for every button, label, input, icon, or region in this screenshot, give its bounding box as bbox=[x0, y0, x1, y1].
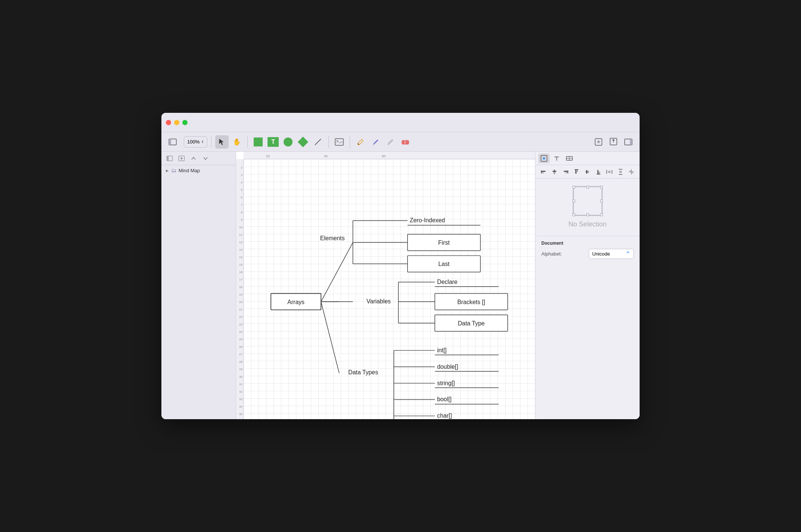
align-top-button[interactable] bbox=[571, 167, 581, 177]
fullscreen-button[interactable] bbox=[182, 120, 188, 125]
svg-rect-77 bbox=[608, 171, 610, 173]
titlebar bbox=[161, 113, 640, 132]
sidebar: ▶ 🗂 Mind Map bbox=[161, 152, 236, 419]
svg-rect-73 bbox=[597, 170, 599, 174]
diamond-tool-button[interactable] bbox=[296, 135, 310, 149]
minimize-button[interactable] bbox=[174, 120, 179, 125]
ruler-left-25: 25 bbox=[239, 338, 242, 341]
line-tool-button[interactable] bbox=[311, 135, 325, 149]
handle-middle-right bbox=[600, 200, 603, 202]
alphabet-select[interactable]: Unicode ⌃ bbox=[589, 249, 634, 259]
sidebar-collapse-button[interactable] bbox=[164, 153, 175, 164]
node-brackets: Brackets [] bbox=[457, 299, 485, 305]
move-up-icon bbox=[191, 156, 196, 161]
image-icon bbox=[335, 138, 344, 146]
spread-icon bbox=[628, 169, 634, 175]
alphabet-label: Alphabet: bbox=[541, 251, 589, 257]
ruler-left: 2 3 4 5 6 7 8 9 10 11 12 13 14 15 16 17 bbox=[236, 159, 244, 419]
share-icon bbox=[610, 138, 617, 146]
sidebar-item-mindmap[interactable]: ▶ 🗂 Mind Map bbox=[161, 165, 236, 176]
circle-icon bbox=[284, 137, 293, 146]
pencil-tool-button[interactable] bbox=[354, 135, 367, 149]
style-tab[interactable] bbox=[538, 154, 550, 163]
canvas-container[interactable]: 20 40 60 2 3 4 5 6 7 8 9 10 11 bbox=[236, 152, 535, 419]
square-tool-button[interactable] bbox=[251, 135, 265, 149]
image-tool-button[interactable] bbox=[333, 135, 346, 149]
align-bottom-icon bbox=[596, 169, 601, 175]
sidebar-toggle-button[interactable] bbox=[166, 135, 179, 149]
node-int: int[] bbox=[437, 347, 447, 353]
sidebar-tools bbox=[161, 152, 236, 165]
distribute-v-icon bbox=[618, 169, 624, 175]
svg-text:✳: ✳ bbox=[597, 139, 600, 145]
hand-icon: ✋ bbox=[233, 138, 241, 146]
svg-rect-74 bbox=[599, 171, 600, 174]
align-left-button[interactable] bbox=[538, 167, 548, 177]
eraser-icon bbox=[401, 139, 409, 145]
ruler-left-27: 27 bbox=[239, 353, 242, 356]
circle-tool-button[interactable] bbox=[281, 135, 295, 149]
separator-2 bbox=[247, 136, 248, 148]
add-layer-button[interactable] bbox=[176, 153, 187, 164]
ruler-left-21: 21 bbox=[239, 308, 242, 311]
align-right-button[interactable] bbox=[560, 167, 570, 177]
close-button[interactable] bbox=[166, 120, 171, 125]
sidebar-toggle-group bbox=[166, 135, 179, 149]
move-up-button[interactable] bbox=[188, 153, 199, 164]
document-section: Document Alphabet: Unicode ⌃ bbox=[535, 236, 640, 266]
align-bottom-button[interactable] bbox=[593, 167, 603, 177]
node-elements: Elements bbox=[320, 235, 345, 241]
diamond-icon bbox=[298, 136, 308, 147]
ruler-left-5: 5 bbox=[241, 188, 242, 192]
ruler-left-4: 4 bbox=[241, 181, 242, 184]
handle-top-middle bbox=[586, 186, 589, 189]
distribute-h-icon bbox=[606, 169, 612, 175]
badge-tool-button[interactable]: ✳ bbox=[592, 135, 605, 149]
ruler-top: 20 40 60 bbox=[244, 152, 535, 159]
node-double: double[] bbox=[437, 364, 458, 370]
ruler-left-12: 12 bbox=[239, 241, 242, 244]
eraser-tool-button[interactable] bbox=[399, 135, 412, 149]
arrange-tab[interactable] bbox=[564, 154, 575, 163]
hand-tool-button[interactable]: ✋ bbox=[230, 135, 244, 149]
pencil-icon bbox=[357, 138, 364, 146]
inspector-toggle-button[interactable] bbox=[622, 135, 635, 149]
distribute-h-button[interactable] bbox=[604, 167, 615, 177]
node-datatypes: Data Types bbox=[348, 369, 378, 375]
alphabet-value: Unicode bbox=[592, 251, 610, 257]
text-tab[interactable] bbox=[551, 154, 562, 163]
no-selection-icon bbox=[573, 186, 603, 216]
ruler-left-8: 8 bbox=[241, 211, 242, 214]
zoom-control[interactable]: 100% ⬍ bbox=[184, 136, 207, 148]
ruler-left-6: 6 bbox=[241, 196, 242, 199]
text-icon: T bbox=[267, 137, 279, 147]
align-middle-button[interactable] bbox=[582, 167, 593, 177]
svg-rect-13 bbox=[167, 156, 169, 161]
inspector-panel: No Selection Document Alphabet: Unicode … bbox=[535, 152, 640, 419]
spread-button[interactable] bbox=[627, 167, 637, 177]
align-center-button[interactable] bbox=[549, 167, 559, 177]
square-icon bbox=[254, 137, 263, 146]
text-tool-button[interactable]: T bbox=[266, 135, 280, 149]
pen-tool-button[interactable] bbox=[369, 135, 382, 149]
ruler-left-23: 23 bbox=[239, 323, 242, 326]
separator-1 bbox=[211, 136, 211, 148]
svg-rect-1 bbox=[169, 139, 171, 145]
no-selection-area: No Selection bbox=[535, 179, 640, 236]
node-zero-indexed: Zero-Indexed bbox=[410, 217, 445, 223]
ruler-left-35: 35 bbox=[239, 412, 242, 416]
align-center-icon bbox=[551, 169, 557, 175]
distribute-v-button[interactable] bbox=[615, 167, 625, 177]
move-down-button[interactable] bbox=[200, 153, 211, 164]
ruler-mark-40: 40 bbox=[324, 154, 328, 158]
traffic-lights bbox=[166, 120, 188, 125]
select-arrow-icon: ⌃ bbox=[625, 250, 630, 257]
svg-rect-83 bbox=[630, 170, 631, 172]
select-tool-button[interactable] bbox=[215, 135, 229, 149]
marker-tool-button[interactable] bbox=[384, 135, 397, 149]
svg-rect-67 bbox=[575, 170, 576, 174]
node-string: string[] bbox=[437, 380, 455, 386]
handle-bottom-left bbox=[572, 213, 575, 216]
ruler-left-14: 14 bbox=[239, 256, 242, 259]
share-button[interactable] bbox=[607, 135, 620, 149]
